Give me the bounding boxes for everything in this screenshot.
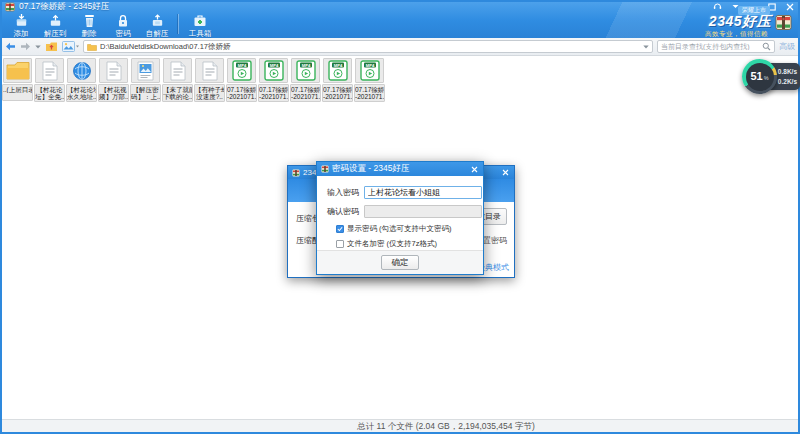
confirm-password-label: 确认密码 <box>327 206 364 217</box>
file-name: 【来了就能 <box>163 86 192 93</box>
view-mode-icon[interactable] <box>62 41 79 52</box>
file-name: ..(上层目录) <box>3 86 32 93</box>
trash-icon <box>83 13 96 28</box>
file-tile[interactable]: 【村花视 频】万部.. <box>98 58 129 102</box>
brand-block: 荣耀上市 2345好压 高效专业，值得信赖 <box>674 6 792 37</box>
password-dialog-footer: 确定 <box>317 250 483 274</box>
status-summary: 总计 11 个文件 (2.04 GB，2,194,035,454 字节) <box>357 421 534 433</box>
password-dialog-titlebar[interactable]: 密码设置 - 2345好压 <box>317 162 483 176</box>
percent-gauge[interactable]: 51 % <box>742 59 777 94</box>
show-password-label: 显示密码 (勾选可支持中文密码) <box>347 224 452 234</box>
password-button[interactable]: 密码 <box>106 13 140 39</box>
toolbar-divider <box>178 14 179 34</box>
window-title: 07.17徐娇娇 - 2345好压 <box>19 1 109 13</box>
file-tile[interactable]: MP4 07.17徐娇娇 -2021071.. <box>354 58 385 102</box>
file-name: 07.17徐娇娇 <box>227 86 256 93</box>
upload-speed-row: 0.8K/s <box>776 68 797 75</box>
gauge-percent: 51 <box>750 71 762 82</box>
password-input[interactable] <box>364 186 482 199</box>
image-file-icon <box>131 58 160 83</box>
brand-logo: 2345好压 <box>709 13 771 31</box>
haozip-logo-icon <box>775 14 792 31</box>
statusbar: 总计 11 个文件 (2.04 GB，2,194,035,454 字节) <box>0 419 800 434</box>
gauge-unit: % <box>764 75 769 81</box>
file-tile-up-directory[interactable]: ..(上层目录) <box>2 58 33 102</box>
address-field[interactable]: D:\BaiduNetdiskDownload\07.17徐娇娇 <box>83 40 653 53</box>
file-tile[interactable]: 【解压密 码】：上.. <box>130 58 161 102</box>
encrypt-names-label: 文件名加密 (仅支持7z格式) <box>347 239 437 249</box>
svg-text:MP4: MP4 <box>269 63 278 68</box>
dialog-app-icon <box>321 165 329 173</box>
file-name: 07.17徐娇娇 <box>355 86 384 93</box>
svg-text:MP4: MP4 <box>237 63 246 68</box>
back-button[interactable] <box>5 42 16 51</box>
advanced-search-link[interactable]: 高级 <box>779 41 795 52</box>
encrypt-names-checkbox[interactable] <box>336 240 344 248</box>
file-name: 【有种子却 <box>195 86 224 93</box>
confirm-password-input[interactable] <box>364 205 482 218</box>
txt-file-icon <box>163 58 192 83</box>
file-tile[interactable]: MP4 07.17徐娇娇 -2021071.. <box>290 58 321 102</box>
file-name: 【村花论坛 <box>67 86 96 93</box>
sfx-button[interactable]: 自解压 <box>140 13 174 39</box>
txt-file-icon <box>35 58 64 83</box>
file-tile[interactable]: 【有种子却 没速度?.. <box>194 58 225 102</box>
password-dialog-body: 输入密码 确认密码 显示密码 (勾选可支持中文密码) 文件名加密 (仅支持7z格… <box>317 176 483 249</box>
url-shortcut-icon <box>67 58 96 83</box>
download-speed: 0.2K/s <box>778 78 797 85</box>
file-name: 07.17徐娇娇 <box>291 86 320 93</box>
search-input[interactable] <box>661 43 762 50</box>
svg-text:MP4: MP4 <box>365 63 374 68</box>
folder-icon <box>87 43 97 51</box>
close-icon[interactable] <box>501 168 510 177</box>
extract-to-button[interactable]: 解压到 <box>38 13 72 39</box>
address-caret-icon[interactable] <box>643 45 649 49</box>
folder-up-icon <box>3 58 32 83</box>
upload-speed: 0.8K/s <box>778 68 797 75</box>
txt-file-icon <box>195 58 224 83</box>
up-level-icon[interactable] <box>45 41 58 52</box>
file-name: 【村花论 <box>35 86 64 93</box>
add-archive-icon <box>14 13 29 28</box>
file-tile[interactable]: MP4 07.17徐娇娇 -2021071.. <box>258 58 289 102</box>
file-name: 07.17徐娇娇 <box>323 86 352 93</box>
file-name: 【村花视 <box>99 86 128 93</box>
close-icon[interactable] <box>470 165 479 174</box>
delete-button[interactable]: 删除 <box>72 13 106 39</box>
file-tile[interactable]: MP4 07.17徐娇娇 -2021071.. <box>322 58 353 102</box>
encrypt-names-checkbox-row[interactable]: 文件名加密 (仅支持7z格式) <box>336 239 472 249</box>
toolbar: 添加 解压到 删除 密码 自解压 <box>4 13 217 38</box>
file-tile[interactable]: MP4 07.17徐娇娇 -2021071.. <box>226 58 257 102</box>
file-tile[interactable]: 【村花论 坛】全免.. <box>34 58 65 102</box>
gauge-face: 51 % <box>746 63 774 91</box>
forward-button[interactable] <box>20 42 31 51</box>
password-dialog: 密码设置 - 2345好压 输入密码 确认密码 显示密码 (勾选可支持中文密码) <box>316 161 484 275</box>
svg-text:MP4: MP4 <box>333 63 342 68</box>
file-name: 【解压密 <box>131 86 160 93</box>
dialog-app-icon <box>292 169 300 177</box>
mp4-file-icon: MP4 <box>227 58 256 83</box>
speed-monitor-widget[interactable]: 0.8K/s 0.2K/s 51 % <box>742 59 800 95</box>
lock-icon <box>117 13 129 28</box>
mp4-file-icon: MP4 <box>259 58 288 83</box>
file-tile[interactable]: 【来了就能 下载的论.. <box>162 58 193 102</box>
ok-button[interactable]: 确定 <box>381 255 419 270</box>
app-window: 07.17徐娇娇 - 2345好压 添加 <box>0 0 800 434</box>
self-extract-icon <box>150 13 165 28</box>
file-name: 07.17徐娇娇 <box>259 86 288 93</box>
history-caret-icon[interactable] <box>35 45 41 49</box>
app-icon <box>5 2 15 12</box>
search-icon[interactable] <box>762 42 771 51</box>
password-dialog-title: 密码设置 - 2345好压 <box>332 163 409 175</box>
show-password-checkbox[interactable] <box>336 225 344 233</box>
add-button[interactable]: 添加 <box>4 13 38 39</box>
extract-icon <box>48 13 63 28</box>
show-password-checkbox-row[interactable]: 显示密码 (勾选可支持中文密码) <box>336 224 472 234</box>
file-tile[interactable]: 【村花论坛 永久地址.. <box>66 58 97 102</box>
mp4-file-icon: MP4 <box>291 58 320 83</box>
toolbox-button[interactable]: 工具箱 <box>183 13 217 39</box>
address-path: D:\BaiduNetdiskDownload\07.17徐娇娇 <box>100 42 230 52</box>
mp4-file-icon: MP4 <box>323 58 352 83</box>
download-speed-row: 0.2K/s <box>776 78 797 85</box>
mp4-file-icon: MP4 <box>355 58 384 83</box>
